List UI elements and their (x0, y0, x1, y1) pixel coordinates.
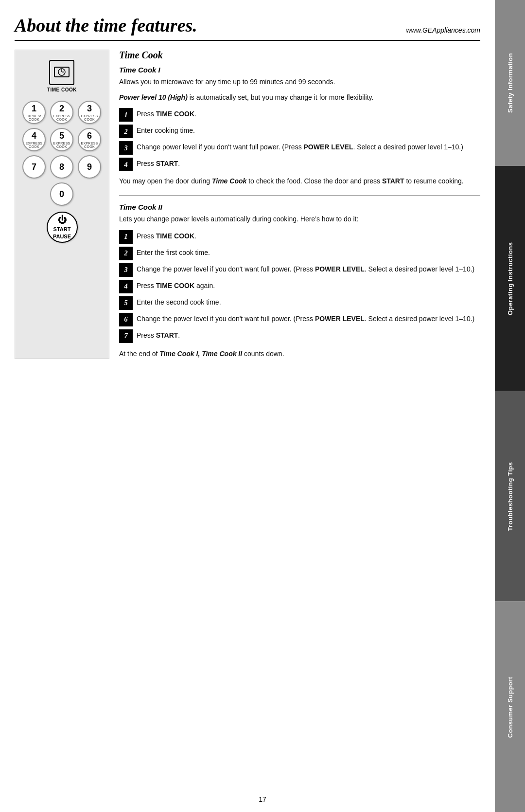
time-cook-2-subtitle: Time Cook II (119, 203, 480, 211)
key-6[interactable]: 6 EXPRESS COOK (78, 128, 101, 151)
key-0[interactable]: 0 (50, 182, 73, 206)
start-label: STARTPAUSE (53, 226, 71, 240)
key-4-num: 4 (32, 131, 36, 141)
time-cook-icon (49, 60, 74, 85)
step-3-text: Change power level if you don't want ful… (137, 141, 463, 153)
sidebar: Safety Information Operating Instruction… (495, 0, 525, 812)
time-cook-1-steps: 1 Press TIME COOK. 2 Enter cooking time.… (119, 108, 480, 171)
key-5[interactable]: 5 EXPRESS COOK (50, 128, 73, 151)
time-cook-1-subtitle: Time Cook I (119, 66, 480, 74)
key-4-sub: EXPRESS COOK (23, 142, 45, 148)
key-2[interactable]: 2 EXPRESS COOK (50, 101, 73, 124)
step-4-text: Press START. (137, 157, 180, 169)
step-item: 3 Change power level if you don't want f… (119, 141, 480, 155)
sidebar-tab-safety[interactable]: Safety Information (495, 0, 525, 166)
step-item: 2 Enter the first cook time. (119, 246, 480, 260)
key-5-sub: EXPRESS COOK (51, 142, 72, 148)
step-item: 3 Change the power level if you don't wa… (119, 263, 480, 277)
sidebar-tab-consumer-label: Consumer Support (507, 676, 514, 738)
step-item: 7 Press START. (119, 329, 480, 343)
step-item: 2 Enter cooking time. (119, 124, 480, 138)
step-item: 5 Enter the second cook time. (119, 296, 480, 310)
step-tc2-3-text: Change the power level if you don't want… (137, 263, 474, 275)
key-5-num: 5 (59, 131, 64, 141)
key-7[interactable]: 7 (22, 155, 46, 179)
keypad-top: TIME COOK (47, 60, 77, 93)
key-7-num: 7 (32, 162, 36, 172)
step-badge-tc2-1: 1 (119, 230, 133, 244)
key-2-num: 2 (59, 104, 64, 114)
time-cook-2-steps: 1 Press TIME COOK. 2 Enter the first coo… (119, 230, 480, 343)
header: About the time features. www.GEAppliance… (15, 15, 480, 41)
header-url: www.GEAppliances.com (406, 26, 480, 34)
step-2-text: Enter cooking time. (137, 124, 195, 136)
sidebar-tab-troubleshooting[interactable]: Troubleshooting Tips (495, 391, 525, 602)
section-title: Time Cook (119, 50, 480, 61)
key-6-sub: EXPRESS COOK (79, 142, 100, 148)
step-tc2-1-text: Press TIME COOK. (137, 230, 196, 242)
key-6-num: 6 (87, 131, 92, 141)
step-tc2-2-text: Enter the first cook time. (137, 246, 210, 258)
step-badge-4: 4 (119, 158, 133, 171)
content-row: TIME COOK 1 EXPRESS COOK 2 EXPRESS COOK … (15, 50, 480, 359)
step-badge-tc2-2: 2 (119, 247, 133, 260)
main-content: About the time features. www.GEAppliance… (0, 0, 495, 812)
step-item: 4 Press TIME COOK again. (119, 279, 480, 293)
key-0-num: 0 (59, 189, 64, 199)
page-title: About the time features. (15, 15, 197, 36)
step-tc2-7-text: Press START. (137, 329, 180, 341)
step-badge-1: 1 (119, 108, 133, 122)
step-badge-tc2-5: 5 (119, 296, 133, 310)
start-circle-icon: ⏻ (58, 215, 67, 226)
keypad-grid: 1 EXPRESS COOK 2 EXPRESS COOK 3 EXPRESS … (22, 101, 102, 206)
key-2-sub: EXPRESS COOK (51, 114, 72, 121)
sidebar-tab-operating-label: Operating Instructions (507, 242, 514, 315)
key-4[interactable]: 4 EXPRESS COOK (22, 128, 46, 151)
key-3[interactable]: 3 EXPRESS COOK (78, 101, 101, 124)
step-badge-tc2-4: 4 (119, 280, 133, 293)
step-tc2-5-text: Enter the second cook time. (137, 296, 221, 308)
step-badge-2: 2 (119, 125, 133, 138)
step-item: 1 Press TIME COOK. (119, 230, 480, 244)
key-1[interactable]: 1 EXPRESS COOK (22, 101, 46, 124)
key-8-num: 8 (59, 162, 64, 172)
key-9[interactable]: 9 (78, 155, 101, 179)
time-cook-2-intro: Lets you change power levels automatical… (119, 214, 480, 225)
sidebar-tab-consumer[interactable]: Consumer Support (495, 602, 525, 812)
start-pause-button[interactable]: ⏻ STARTPAUSE (47, 212, 78, 243)
key-1-sub: EXPRESS COOK (23, 114, 45, 121)
time-cook-1-intro2: Power level 10 (High) is automatically s… (119, 92, 480, 103)
time-cook-1-note: You may open the door during Time Cook t… (119, 176, 480, 187)
time-cook-1-intro1: Allows you to microwave for any time up … (119, 77, 480, 88)
step-badge-tc2-3: 3 (119, 263, 133, 277)
divider (119, 196, 480, 196)
step-badge-3: 3 (119, 141, 133, 155)
footer-text: At the end of Time Cook I, Time Cook II … (119, 349, 480, 360)
key-3-num: 3 (87, 104, 92, 114)
time-cook-label: TIME COOK (47, 87, 77, 93)
sidebar-tab-troubleshooting-label: Troubleshooting Tips (507, 462, 514, 531)
intro2-rest: is automatically set, but you may change… (188, 93, 374, 101)
key-3-sub: EXPRESS COOK (79, 114, 100, 121)
step-badge-tc2-7: 7 (119, 329, 133, 343)
key-1-num: 1 (32, 104, 36, 114)
keypad-panel: TIME COOK 1 EXPRESS COOK 2 EXPRESS COOK … (15, 50, 109, 359)
step-tc2-4-text: Press TIME COOK again. (137, 279, 215, 291)
step-item: 1 Press TIME COOK. (119, 108, 480, 122)
intro2-bold: Power level 10 (High) (119, 93, 188, 101)
step-1-text: Press TIME COOK. (137, 108, 196, 120)
step-badge-tc2-6: 6 (119, 313, 133, 326)
step-tc2-6-text: Change the power level if you don't want… (137, 312, 474, 325)
step-item: 4 Press START. (119, 157, 480, 171)
step-item: 6 Change the power level if you don't wa… (119, 312, 480, 326)
key-8[interactable]: 8 (50, 155, 73, 179)
sidebar-tab-safety-label: Safety Information (507, 53, 514, 113)
text-content: Time Cook Time Cook I Allows you to micr… (119, 50, 480, 359)
page-number: 17 (259, 795, 266, 803)
sidebar-tab-operating[interactable]: Operating Instructions (495, 166, 525, 391)
key-9-num: 9 (87, 162, 92, 172)
